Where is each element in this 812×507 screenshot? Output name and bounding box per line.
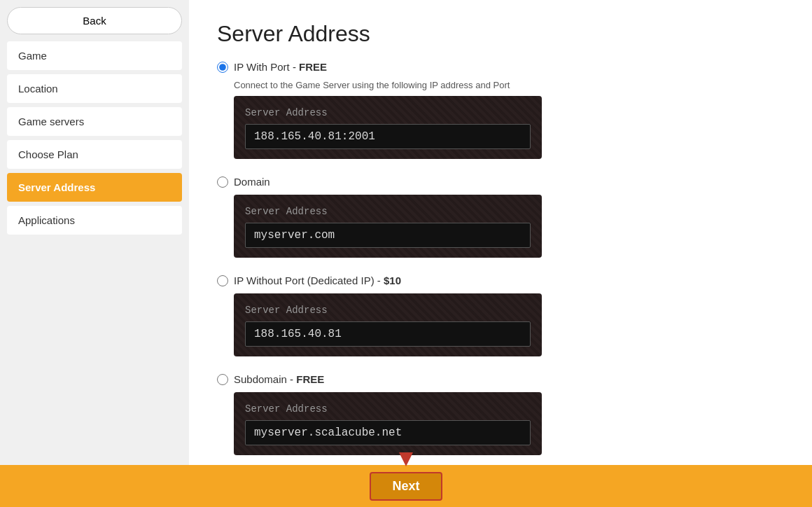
server-box-domain: Server Address myserver.com xyxy=(234,195,542,258)
badge-subdomain: FREE xyxy=(296,373,324,385)
sidebar-item-applications[interactable]: Applications xyxy=(7,206,182,235)
back-button[interactable]: Back xyxy=(7,7,182,34)
option-text-subdomain: Subdomain - FREE xyxy=(234,373,324,385)
main-layout: Back Game Location Game servers Choose P… xyxy=(0,0,812,465)
arrow-down-icon xyxy=(396,452,416,471)
option-group-domain: Domain Server Address myserver.com xyxy=(217,176,784,258)
sidebar-item-game[interactable]: Game xyxy=(7,41,182,70)
option-text-domain: Domain xyxy=(234,176,270,188)
server-box-value-ip-without-port: 188.165.40.81 xyxy=(245,321,531,347)
option-label-ip-with-port[interactable]: IP With Port - FREE xyxy=(217,61,784,73)
svg-marker-0 xyxy=(399,452,413,466)
server-box-label-ip-without-port: Server Address xyxy=(245,305,531,316)
server-box-label-subdomain: Server Address xyxy=(245,403,531,415)
radio-ip-with-port[interactable] xyxy=(217,62,228,73)
content-area: Server Address IP With Port - FREE Conne… xyxy=(189,0,812,465)
option-text-ip-with-port: IP With Port - FREE xyxy=(234,61,327,73)
option-label-subdomain[interactable]: Subdomain - FREE xyxy=(217,373,784,385)
badge-ip-without-port: $10 xyxy=(384,275,401,286)
server-box-subdomain: Server Address myserver.scalacube.net xyxy=(234,392,542,455)
option-group-ip-with-port: IP With Port - FREE Connect to the Game … xyxy=(217,61,784,159)
bottom-bar: Next xyxy=(0,465,812,507)
sidebar-item-game-servers[interactable]: Game servers xyxy=(7,107,182,136)
server-box-label-ip-with-port: Server Address xyxy=(245,107,531,118)
server-box-value-subdomain: myserver.scalacube.net xyxy=(245,420,531,445)
sidebar-item-server-address[interactable]: Server Address xyxy=(7,173,182,202)
sidebar-item-location[interactable]: Location xyxy=(7,74,182,103)
option-description-ip-with-port: Connect to the Game Server using the fol… xyxy=(234,80,784,90)
radio-subdomain[interactable] xyxy=(217,374,228,385)
option-label-domain[interactable]: Domain xyxy=(217,176,784,188)
sidebar: Back Game Location Game servers Choose P… xyxy=(0,0,189,465)
server-box-ip-with-port: Server Address 188.165.40.81:2001 xyxy=(234,96,542,159)
option-text-ip-without-port: IP Without Port (Dedicated IP) - $10 xyxy=(234,275,401,286)
radio-ip-without-port[interactable] xyxy=(217,275,228,286)
server-box-label-domain: Server Address xyxy=(245,206,531,217)
next-button[interactable]: Next xyxy=(370,472,442,501)
option-label-ip-without-port[interactable]: IP Without Port (Dedicated IP) - $10 xyxy=(217,275,784,286)
option-group-subdomain: Subdomain - FREE Server Address myserver… xyxy=(217,373,784,455)
badge-ip-with-port: FREE xyxy=(299,61,327,73)
option-group-ip-without-port: IP Without Port (Dedicated IP) - $10 Ser… xyxy=(217,275,784,356)
page-title: Server Address xyxy=(217,21,784,47)
radio-domain[interactable] xyxy=(217,176,228,188)
sidebar-item-choose-plan[interactable]: Choose Plan xyxy=(7,140,182,169)
server-box-ip-without-port: Server Address 188.165.40.81 xyxy=(234,293,542,356)
server-box-value-domain: myserver.com xyxy=(245,223,531,248)
server-box-value-ip-with-port: 188.165.40.81:2001 xyxy=(245,124,531,149)
